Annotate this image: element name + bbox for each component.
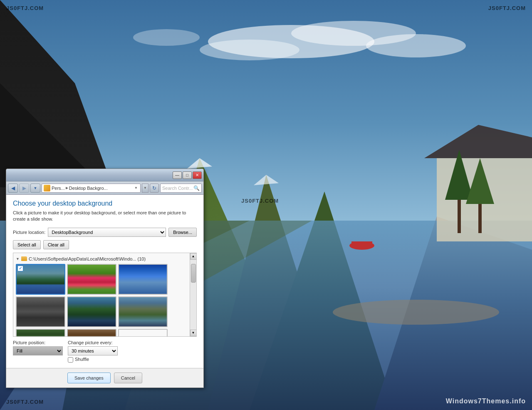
desktop-background-dialog: — □ ✕ ◀ ▶ ▼ Pers... ▶ Desktop Backgro...…	[6, 169, 204, 388]
watermark-bottom-right: Windows7Themes.info	[446, 398, 526, 405]
select-actions: Select all Clear all	[13, 240, 197, 249]
image-thumb-8[interactable]	[67, 329, 116, 337]
svg-point-4	[133, 29, 200, 46]
svg-point-3	[200, 40, 299, 60]
image-thumb-5[interactable]	[67, 296, 116, 327]
address-dropdown-button[interactable]: ▼	[142, 184, 148, 193]
image-check-1: ✓	[17, 266, 23, 271]
select-all-button[interactable]: Select all	[13, 240, 41, 249]
svg-point-5	[366, 34, 466, 57]
change-picture-select[interactable]: 30 minutes	[68, 346, 118, 355]
grid-inner: ▼ C:\Users\Softpedia\AppData\Local\Micro…	[13, 253, 190, 337]
browse-button[interactable]: Browse...	[168, 228, 197, 237]
svg-point-26	[333, 300, 499, 325]
bottom-options: Picture position: Fill Change picture ev…	[13, 340, 197, 363]
image-row-2	[16, 296, 187, 327]
dialog-content: Choose your desktop background Click a p…	[6, 195, 203, 368]
svg-rect-25	[351, 241, 372, 246]
change-picture-label: Change picture every:	[68, 340, 118, 345]
image-grid: ▼ C:\Users\Softpedia\AppData\Local\Micro…	[13, 253, 197, 337]
control-panel-icon	[44, 185, 50, 191]
path-dropdown-arrow: ▼	[134, 186, 138, 190]
titlebar-buttons: — □ ✕	[173, 171, 202, 179]
scroll-track[interactable]	[190, 260, 197, 330]
folder-path: C:\Users\Softpedia\AppData\Local\Microso…	[29, 256, 146, 261]
image-row-1: ✓	[16, 264, 187, 295]
path-separator: ▶	[66, 186, 68, 190]
shuffle-row: Shuffle	[68, 357, 118, 363]
grid-scrollbar: ▲ ▼	[190, 253, 196, 336]
shuffle-label: Shuffle	[75, 357, 89, 362]
watermark-center: JS0FTJ.COM	[241, 198, 279, 204]
minimize-button[interactable]: —	[173, 171, 182, 179]
scroll-down-button[interactable]: ▼	[190, 330, 197, 336]
watermark-top-right: JS0FTJ.COM	[488, 5, 526, 11]
image-thumb-9[interactable]	[118, 329, 168, 337]
picture-location-select[interactable]: DesktopBackground	[48, 228, 166, 237]
image-thumb-1[interactable]: ✓	[16, 264, 65, 295]
image-thumb-3[interactable]	[118, 264, 168, 295]
recent-locations-button[interactable]: ▼	[30, 184, 40, 193]
cancel-button[interactable]: Cancel	[114, 373, 142, 383]
scroll-thumb[interactable]	[191, 264, 196, 283]
shuffle-checkbox[interactable]	[68, 357, 73, 363]
picture-position-group: Picture position: Fill	[13, 340, 63, 355]
clear-all-button[interactable]: Clear all	[43, 240, 69, 249]
maximize-button[interactable]: □	[183, 171, 192, 179]
path-part1: Pers...	[52, 186, 65, 191]
image-thumb-4[interactable]	[16, 296, 65, 327]
image-thumb-6[interactable]	[118, 296, 168, 327]
close-button[interactable]: ✕	[193, 171, 202, 179]
dialog-footer: Save changes Cancel	[6, 368, 203, 388]
addressbar: ◀ ▶ ▼ Pers... ▶ Desktop Backgro... ▼ ▼ ↻…	[6, 181, 203, 195]
search-icon: 🔍	[193, 185, 200, 191]
folder-expand-icon: ▼	[16, 257, 20, 261]
scroll-up-button[interactable]: ▲	[190, 253, 197, 260]
folder-icon	[21, 256, 27, 261]
forward-button[interactable]: ▶	[19, 184, 29, 193]
titlebar: — □ ✕	[6, 169, 203, 181]
folder-header[interactable]: ▼ C:\Users\Softpedia\AppData\Local\Micro…	[16, 256, 187, 262]
picture-location-row: Picture location: DesktopBackground Brow…	[13, 228, 197, 237]
image-row-3	[16, 329, 187, 337]
save-changes-button[interactable]: Save changes	[67, 373, 111, 383]
forward-icon: ▶	[22, 185, 26, 191]
picture-position-label: Picture position:	[13, 340, 63, 345]
address-path[interactable]: Pers... ▶ Desktop Backgro... ▼	[42, 184, 141, 193]
svg-rect-20	[458, 200, 461, 233]
picture-position-select[interactable]: Fill	[13, 346, 63, 355]
image-thumb-7[interactable]	[16, 329, 65, 337]
path-part2: Desktop Backgro...	[69, 186, 108, 191]
svg-rect-22	[478, 204, 482, 233]
search-placeholder-text: Search Contr...	[162, 186, 193, 191]
refresh-button[interactable]: ↻	[150, 184, 159, 193]
watermark-bottom-left: JS0FTJ.COM	[6, 399, 44, 405]
page-description: Click a picture to make it your desktop …	[13, 210, 197, 223]
image-thumb-2[interactable]	[67, 264, 116, 295]
page-title: Choose your desktop background	[13, 200, 197, 207]
refresh-icon: ↻	[152, 185, 156, 191]
picture-location-label: Picture location:	[13, 230, 45, 235]
change-picture-group: Change picture every: 30 minutes Shuffle	[68, 340, 118, 363]
back-button[interactable]: ◀	[8, 184, 18, 193]
watermark-top-left: JS0FTJ.COM	[6, 5, 44, 11]
search-box[interactable]: Search Contr... 🔍	[160, 184, 202, 193]
back-icon: ◀	[11, 185, 15, 191]
